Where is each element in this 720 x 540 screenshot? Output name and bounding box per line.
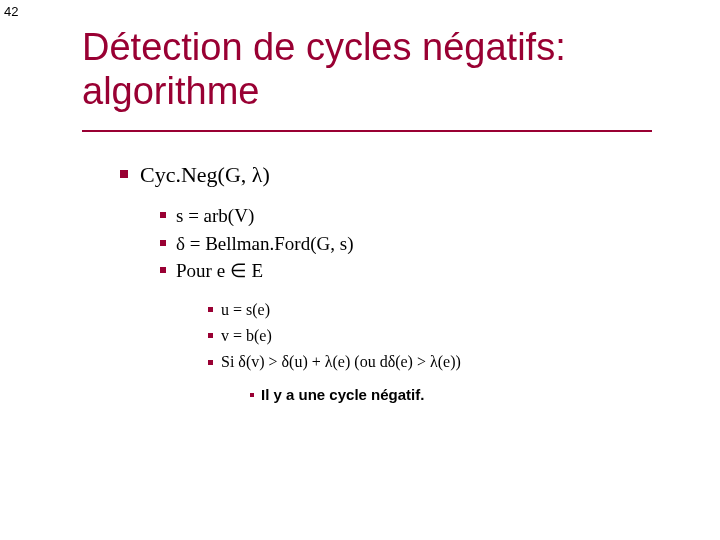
bullet-icon <box>120 170 128 178</box>
text-l2a: s = arb(V) <box>176 205 254 226</box>
text-l2c: Pour e ∈ E <box>176 260 263 281</box>
text-l3c: Si δ(v) > δ(u) + λ(e) (ou dδ(e) > λ(e)) <box>221 353 461 370</box>
bullet-icon <box>208 333 213 338</box>
step-s-arb: s = arb(V) <box>160 202 461 230</box>
title-line-1: Détection de cycles négatifs: <box>82 26 566 68</box>
step-v-be: v = b(e) <box>208 323 461 349</box>
text-l3b: v = b(e) <box>221 327 272 344</box>
bullet-icon <box>160 267 166 273</box>
bullet-icon <box>250 393 254 397</box>
slide-title: Détection de cycles négatifs: algorithme <box>82 26 566 113</box>
text-l4: Il y a une cycle négatif. <box>261 386 424 403</box>
algo-name-line: Cyc.Neg(G, λ) <box>120 162 461 188</box>
step-for-e: Pour e ∈ E <box>160 257 461 285</box>
step-condition: Si δ(v) > δ(u) + λ(e) (ou dδ(e) > λ(e)) <box>208 349 461 375</box>
title-line-2: algorithme <box>82 70 259 112</box>
step-u-se: u = s(e) <box>208 297 461 323</box>
conclusion-line: Il y a une cycle négatif. <box>250 384 461 407</box>
bullet-icon <box>208 360 213 365</box>
content-block: Cyc.Neg(G, λ) s = arb(V) δ = Bellman.For… <box>120 162 461 406</box>
text-l1: Cyc.Neg(G, λ) <box>140 162 270 187</box>
bullet-icon <box>208 307 213 312</box>
bullet-icon <box>160 240 166 246</box>
text-l2b: δ = Bellman.Ford(G, s) <box>176 233 353 254</box>
title-underline <box>82 130 652 132</box>
page-number: 42 <box>4 4 18 19</box>
step-delta-bellman: δ = Bellman.Ford(G, s) <box>160 230 461 258</box>
bullet-icon <box>160 212 166 218</box>
text-l3a: u = s(e) <box>221 301 270 318</box>
